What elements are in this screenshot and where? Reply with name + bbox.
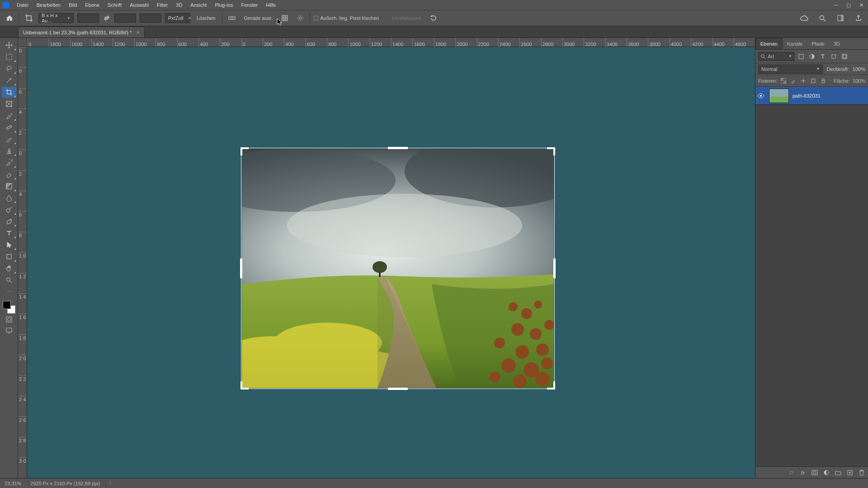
quickmask-button[interactable] [2,314,16,324]
type-tool[interactable] [2,228,16,239]
search-button[interactable] [816,12,828,24]
move-tool[interactable] [2,40,16,51]
layer-filter-dropdown[interactable]: Art ▼ [758,52,794,61]
share-button[interactable] [853,12,864,24]
menu-ansicht[interactable]: Ansicht [186,0,211,10]
straighten-button[interactable]: Gerade ausr. [241,13,276,23]
document-tab[interactable]: Unbenannt-1 bei 23,3% (path-832031, RGB/… [18,27,145,38]
link-layers-button[interactable]: ⬭ [788,469,795,476]
eyedropper-tool[interactable] [2,110,16,121]
new-layer-button[interactable] [846,469,854,476]
delete-cropped-pixels-checkbox[interactable]: Außerh. lieg. Pixel löschen [314,15,379,21]
menu-plugins[interactable]: Plug-ins [211,0,237,10]
layer-name[interactable]: path-832031 [793,93,821,99]
lock-all-button[interactable] [820,77,827,84]
document-image[interactable] [242,149,554,388]
crop-tool-indicator[interactable] [23,12,35,24]
blend-mode-dropdown[interactable]: Normal ▼ [758,65,823,74]
lock-transparent-button[interactable] [780,77,787,84]
dodge-tool[interactable] [2,204,16,215]
opacity-value[interactable]: 100% [853,66,865,72]
filter-shape-icon[interactable] [830,52,838,61]
content-aware-checkbox[interactable]: Inhaltsbasiert [382,13,424,23]
delete-layer-button[interactable] [858,469,865,476]
stamp-tool[interactable] [2,145,16,156]
zoom-level[interactable]: 23,31% [5,481,21,486]
lock-artboard-button[interactable] [810,77,817,84]
resolution-unit-dropdown[interactable]: Px/Zoll ▼ [165,13,190,23]
marquee-tool[interactable] [2,52,16,62]
menu-datei[interactable]: Datei [13,0,33,10]
edit-toolbar-button[interactable]: ⋯ [2,286,16,297]
crop-tool[interactable] [2,87,16,98]
frame-tool[interactable] [2,99,16,109]
layer-row[interactable]: path-832031 [755,87,868,105]
path-select-tool[interactable] [2,239,16,250]
layer-visibility-toggle[interactable] [757,93,765,99]
crop-settings-button[interactable] [294,12,306,24]
close-icon[interactable]: × [136,29,140,35]
swap-dimensions-button[interactable] [103,14,111,22]
lock-position-button[interactable] [800,77,807,84]
cloud-docs-button[interactable] [798,12,810,24]
status-chevron[interactable]: 〉 [109,480,114,487]
ruler-origin[interactable] [18,38,27,47]
menu-3d[interactable]: 3D [172,0,186,10]
tab-paths[interactable]: Pfade [807,38,829,49]
crop-resolution-field[interactable] [140,14,161,23]
window-minimize-button[interactable]: ─ [832,1,840,9]
shape-tool[interactable] [2,251,16,262]
clear-crop-button[interactable]: Löschen [194,13,218,23]
lasso-tool[interactable] [2,63,16,74]
document-info[interactable]: 2920 Px x 2160 Px (182,88 ppi) [30,481,100,486]
tab-layers[interactable]: Ebenen [755,38,783,49]
menu-fenster[interactable]: Fenster [237,0,262,10]
eraser-tool[interactable] [2,169,16,180]
tab-channels[interactable]: Kanäle [783,38,807,49]
heal-tool[interactable] [2,122,16,133]
horizontal-ruler[interactable]: 0180016001400120010008006004002000200400… [27,38,755,47]
filter-adjust-icon[interactable] [808,52,816,61]
gradient-tool[interactable] [2,181,16,192]
screenmode-button[interactable] [2,325,16,335]
blur-tool[interactable] [2,192,16,203]
foreground-color-swatch[interactable] [3,301,11,309]
tab-3d[interactable]: 3D [829,38,844,49]
layer-thumbnail[interactable] [769,89,789,103]
zoom-tool[interactable] [2,275,16,286]
crop-width-field[interactable] [77,14,99,23]
layer-group-button[interactable] [835,469,842,476]
window-maximize-button[interactable]: ▢ [844,1,853,9]
brush-tool[interactable] [2,134,16,145]
fill-value[interactable]: 100% [853,78,865,84]
history-brush-tool[interactable] [2,157,16,168]
canvas-workspace[interactable]: 0180016001400120010008006004002000200400… [18,38,755,478]
menu-hilfe[interactable]: Hilfe [262,0,280,10]
menu-schrift[interactable]: Schrift [104,0,126,10]
filter-type-icon[interactable] [819,52,827,61]
lock-pixels-button[interactable] [790,77,797,84]
adjustment-layer-button[interactable] [823,469,830,476]
hand-tool[interactable] [2,263,16,274]
filter-pixel-icon[interactable] [797,52,805,61]
vertical-ruler[interactable]: 08642024681 01 21 41 61 82 02 22 42 62 8… [18,47,27,478]
reset-crop-button[interactable] [428,12,439,24]
quick-select-tool[interactable] [2,75,16,86]
window-close-button[interactable]: ✕ [857,1,865,9]
layers-list[interactable]: path-832031 [755,87,868,466]
menu-bearbeiten[interactable]: Bearbeiten [33,0,65,10]
menu-bild[interactable]: Bild [65,0,81,10]
menu-filter[interactable]: Filter [153,0,172,10]
color-swatch[interactable] [3,301,15,314]
menu-auswahl[interactable]: Auswahl [126,0,153,10]
layer-fx-button[interactable]: fx [799,469,807,476]
home-button[interactable] [4,12,15,24]
menu-ebene[interactable]: Ebene [81,0,104,10]
pen-tool[interactable] [2,216,16,227]
canvas-viewport[interactable] [27,47,755,478]
layer-mask-button[interactable] [811,469,818,476]
workspace-switcher-button[interactable] [835,12,846,24]
straighten-icon-button[interactable] [226,12,238,24]
aspect-ratio-preset-dropdown[interactable]: B x H x Au… ▼ [38,13,74,23]
crop-height-field[interactable] [114,14,136,23]
